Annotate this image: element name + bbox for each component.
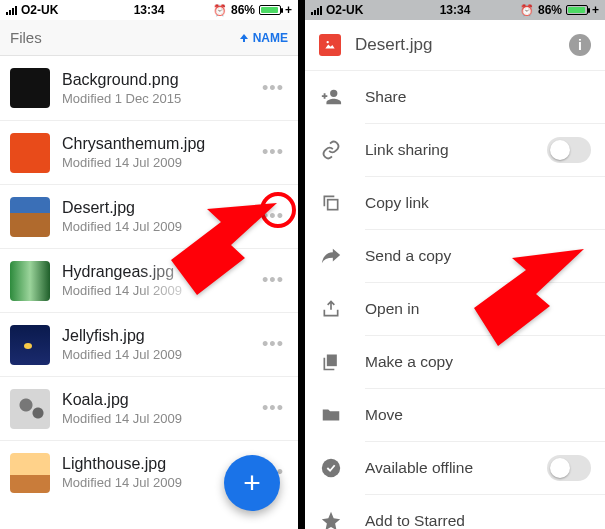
folder-icon	[319, 404, 343, 426]
svg-rect-1	[328, 200, 338, 210]
plus-icon: +	[243, 468, 261, 498]
add-to-starred-option[interactable]: Add to Starred	[305, 495, 605, 529]
option-label: Available offline	[365, 459, 525, 477]
list-header: Files NAME	[0, 20, 298, 56]
file-thumbnail	[10, 389, 50, 429]
more-actions-button[interactable]: •••	[258, 398, 288, 419]
file-name: Background.png	[62, 71, 258, 89]
share-arrow-icon	[319, 245, 343, 267]
share-option[interactable]: Share	[305, 71, 605, 123]
available-offline-option[interactable]: Available offline	[305, 442, 605, 494]
sort-button[interactable]: NAME	[239, 31, 288, 45]
svg-rect-2	[327, 355, 337, 367]
file-name: Jellyfish.jpg	[62, 327, 258, 345]
battery-icon	[566, 5, 588, 15]
file-row[interactable]: Chrysanthemum.jpg Modified 14 Jul 2009 •…	[0, 120, 298, 184]
file-date: Modified 14 Jul 2009	[62, 411, 258, 426]
file-date: Modified 14 Jul 2009	[62, 347, 258, 362]
sheet-header: Desert.jpg i	[305, 20, 605, 70]
option-label: Move	[365, 406, 591, 424]
more-actions-button[interactable]: •••	[258, 142, 288, 163]
option-label: Share	[365, 88, 591, 106]
more-actions-button[interactable]: •••	[258, 334, 288, 355]
header-title: Files	[10, 29, 42, 46]
carrier-label: O2-UK	[21, 3, 58, 17]
clock-label: 13:34	[440, 3, 471, 17]
file-name: Koala.jpg	[62, 391, 258, 409]
signal-bars-icon	[6, 6, 17, 15]
svg-point-3	[322, 459, 340, 477]
battery-percent: 86%	[538, 3, 562, 17]
clock-label: 13:34	[134, 3, 165, 17]
file-thumbnail	[10, 68, 50, 108]
more-actions-button[interactable]: •••	[258, 78, 288, 99]
file-row[interactable]: Koala.jpg Modified 14 Jul 2009 •••	[0, 376, 298, 440]
signal-bars-icon	[311, 6, 322, 15]
offline-toggle[interactable]	[547, 455, 591, 481]
annotation-arrow	[456, 246, 586, 346]
alarm-icon: ⏰	[213, 4, 227, 17]
file-date: Modified 1 Dec 2015	[62, 91, 258, 106]
offline-icon	[319, 457, 343, 479]
svg-marker-4	[171, 203, 277, 295]
file-thumbnail	[10, 133, 50, 173]
status-bar: O2-UK 13:34 ⏰ 86% +	[0, 0, 298, 20]
person-add-icon	[319, 86, 343, 108]
file-name: Chrysanthemum.jpg	[62, 135, 258, 153]
charging-icon: +	[592, 3, 599, 17]
link-icon	[319, 139, 343, 161]
alarm-icon: ⏰	[520, 4, 534, 17]
file-row[interactable]: Background.png Modified 1 Dec 2015 •••	[0, 56, 298, 120]
file-row[interactable]: Jellyfish.jpg Modified 14 Jul 2009 •••	[0, 312, 298, 376]
copy-icon	[319, 193, 343, 213]
copy-link-option[interactable]: Copy link	[305, 177, 605, 229]
option-label: Add to Starred	[365, 512, 591, 529]
move-option[interactable]: Move	[305, 389, 605, 441]
carrier-label: O2-UK	[326, 3, 363, 17]
link-sharing-toggle[interactable]	[547, 137, 591, 163]
status-bar: O2-UK 13:34 ⏰ 86% +	[305, 0, 605, 20]
info-button[interactable]: i	[569, 34, 591, 56]
svg-point-0	[327, 41, 329, 43]
option-label: Make a copy	[365, 353, 591, 371]
duplicate-icon	[319, 352, 343, 372]
arrow-up-icon	[239, 33, 249, 43]
sheet-title: Desert.jpg	[355, 35, 555, 55]
annotation-arrow	[159, 200, 279, 295]
svg-marker-5	[474, 249, 584, 346]
image-file-icon	[319, 34, 341, 56]
file-thumbnail	[10, 261, 50, 301]
open-in-icon	[319, 299, 343, 319]
file-thumbnail	[10, 325, 50, 365]
sort-label: NAME	[253, 31, 288, 45]
battery-percent: 86%	[231, 3, 255, 17]
file-thumbnail	[10, 197, 50, 237]
option-label: Link sharing	[365, 141, 525, 159]
battery-icon	[259, 5, 281, 15]
charging-icon: +	[285, 3, 292, 17]
star-icon	[319, 510, 343, 529]
file-date: Modified 14 Jul 2009	[62, 155, 258, 170]
add-fab-button[interactable]: +	[224, 455, 280, 511]
file-thumbnail	[10, 453, 50, 493]
option-label: Copy link	[365, 194, 591, 212]
link-sharing-option[interactable]: Link sharing	[305, 124, 605, 176]
